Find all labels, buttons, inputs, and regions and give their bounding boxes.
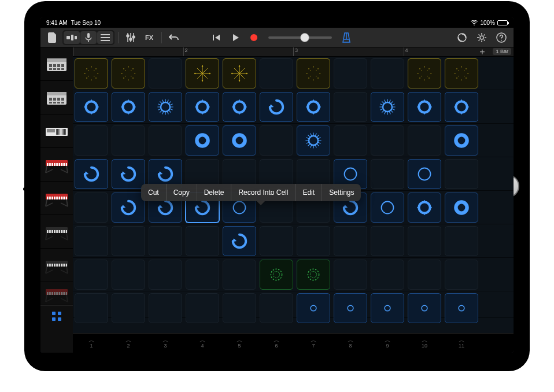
empty-cell[interactable] [371,260,404,290]
loop-cell[interactable] [297,58,330,88]
my-songs-button[interactable] [44,30,61,45]
loop-cell[interactable] [408,193,441,223]
loop-cell[interactable] [75,58,108,88]
track-header-drum-machine-2[interactable] [40,81,73,114]
settings-button[interactable] [473,30,490,45]
empty-cell[interactable] [408,260,441,290]
metronome-button[interactable] [338,30,355,45]
empty-cell[interactable] [445,226,478,256]
context-menu-delete[interactable]: Delete [197,184,232,201]
loop-cell[interactable] [408,58,441,88]
empty-cell[interactable] [371,226,404,256]
empty-cell[interactable] [186,293,219,323]
track-header-keys-dark-1[interactable] [40,215,73,249]
empty-cell[interactable] [334,125,367,156]
loop-cell[interactable] [112,58,145,88]
empty-cell[interactable] [75,226,108,256]
column-trigger-9[interactable]: ︿9 [369,334,406,353]
mic-button[interactable] [80,31,97,44]
context-menu-cut[interactable]: Cut [141,184,167,201]
empty-cell[interactable] [371,125,404,156]
empty-cell[interactable] [260,125,293,156]
loop-cell[interactable] [408,159,441,189]
loop-cell[interactable] [112,92,145,122]
context-menu-settings[interactable]: Settings [322,184,361,201]
help-button[interactable] [493,30,510,45]
column-trigger-11[interactable]: ︿11 [443,334,480,353]
track-header-sampler[interactable] [40,114,73,148]
track-header-keys-red-2[interactable] [40,182,73,215]
loop-cell[interactable] [112,193,145,223]
volume-thumb[interactable] [300,33,309,42]
loop-cell[interactable] [223,226,256,256]
record-button[interactable] [245,30,263,45]
empty-cell[interactable] [408,226,441,256]
empty-cell[interactable] [334,92,367,122]
empty-cell[interactable] [112,125,145,156]
loop-cell[interactable] [445,92,478,122]
loop-cell[interactable] [445,58,478,88]
column-trigger-7[interactable]: ︿7 [295,334,332,353]
loop-cell[interactable] [408,92,441,122]
column-trigger-3[interactable]: ︿3 [147,334,184,353]
master-volume-slider[interactable] [268,36,332,39]
loop-cell[interactable] [371,293,404,323]
loop-cell[interactable] [334,293,367,323]
empty-cell[interactable] [260,58,293,88]
track-header-keys-red-1[interactable] [40,148,73,182]
rewind-button[interactable] [208,30,226,45]
empty-cell[interactable] [371,58,404,88]
empty-cell[interactable] [186,226,219,256]
loop-cell[interactable] [445,125,478,156]
column-trigger-6[interactable]: ︿6 [258,334,295,353]
loop-browser-button[interactable] [453,30,471,45]
track-header-keys-dark-2[interactable] [40,249,73,282]
loop-cell[interactable] [223,125,256,156]
loop-cell[interactable] [75,92,108,122]
empty-cell[interactable] [149,58,182,88]
loop-cell[interactable] [149,92,182,122]
empty-cell[interactable] [445,260,478,290]
loop-cell[interactable] [223,58,256,88]
tracks-view-button[interactable] [97,31,113,44]
empty-cell[interactable] [260,293,293,323]
mixer-button[interactable] [122,30,139,45]
empty-cell[interactable] [297,226,330,256]
column-trigger-5[interactable]: ︿5 [221,334,258,353]
fx-button[interactable]: FX [141,30,158,45]
loop-cell[interactable] [445,193,478,223]
empty-cell[interactable] [75,125,108,156]
loop-cell[interactable] [75,159,108,189]
loop-cell[interactable] [297,260,330,290]
loop-cell[interactable] [260,260,293,290]
empty-cell[interactable] [371,159,404,189]
live-loops-button[interactable] [40,305,73,326]
column-trigger-4[interactable]: ︿4 [184,334,221,353]
loop-cell[interactable] [186,92,219,122]
empty-cell[interactable] [75,260,108,290]
loop-cell[interactable] [260,92,293,122]
empty-cell[interactable] [223,260,256,290]
loop-cell[interactable] [371,193,404,223]
empty-cell[interactable] [334,260,367,290]
empty-cell[interactable] [334,58,367,88]
loop-cell[interactable] [186,58,219,88]
empty-cell[interactable] [75,193,108,223]
loop-cell[interactable] [297,293,330,323]
empty-cell[interactable] [149,293,182,323]
column-trigger-8[interactable]: ︿8 [332,334,369,353]
undo-button[interactable] [165,30,183,45]
play-button[interactable] [227,30,244,45]
loop-cell[interactable] [445,293,478,323]
ruler[interactable]: 2 3 4 + 1 Bar [73,47,514,57]
loop-cell[interactable] [223,92,256,122]
track-header-drum-machine-1[interactable] [40,47,73,81]
empty-cell[interactable] [149,226,182,256]
empty-cell[interactable] [149,125,182,156]
loop-cell[interactable] [112,159,145,189]
empty-cell[interactable] [334,226,367,256]
empty-cell[interactable] [112,260,145,290]
column-trigger-1[interactable]: ︿1 [73,334,110,353]
context-menu-edit[interactable]: Edit [296,184,322,201]
column-trigger-10[interactable]: ︿10 [406,334,443,353]
